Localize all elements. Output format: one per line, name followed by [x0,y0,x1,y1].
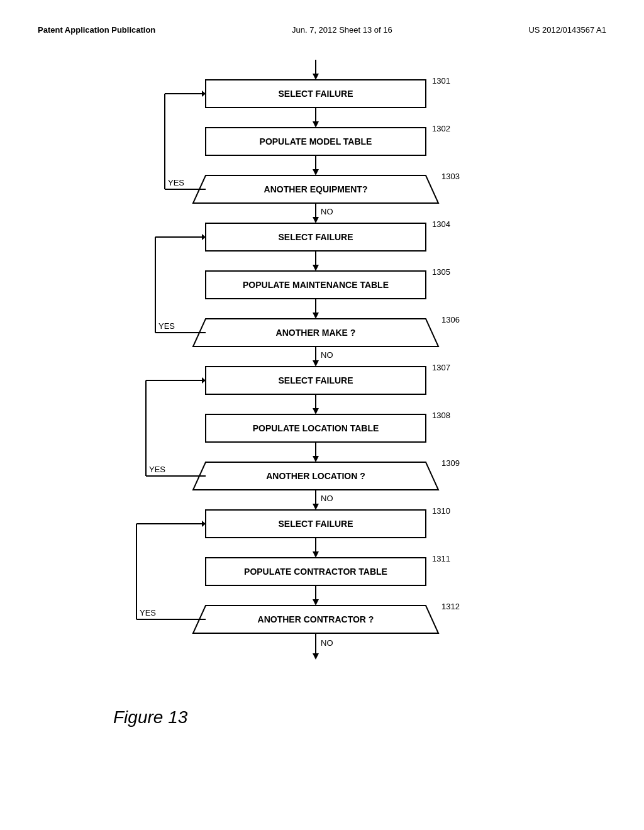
step-1305-num: 1305 [432,267,450,277]
step-1312-num: 1312 [441,602,460,611]
svg-marker-10 [313,217,319,223]
step-1303-num: 1303 [441,172,460,181]
flowchart-container: SELECT FAILURE 1301 POPULATE MODEL TABLE… [38,60,606,789]
svg-marker-7 [313,169,319,175]
box-1304-text: SELECT FAILURE [278,232,353,242]
no-label-1312: NO [321,638,333,648]
svg-marker-1 [313,74,319,80]
flowchart-svg: SELECT FAILURE 1301 POPULATE MODEL TABLE… [108,60,536,789]
page-header: Patent Application Publication Jun. 7, 2… [38,25,606,35]
svg-marker-23 [313,360,319,367]
no-label-1303: NO [321,207,333,216]
svg-marker-17 [313,265,319,271]
step-1302-num: 1302 [432,124,450,133]
svg-marker-46 [313,599,319,606]
patent-number-label: US 2012/0143567 A1 [528,25,606,35]
step-1311-num: 1311 [432,554,450,563]
date-sheet-label: Jun. 7, 2012 Sheet 13 of 16 [292,25,392,35]
step-1309-num: 1309 [441,458,460,468]
box-1311-text: POPULATE CONTRACTOR TABLE [244,567,387,577]
step-1304-num: 1304 [432,219,450,229]
diamond-1306-text: ANOTHER MAKE ? [276,328,356,338]
svg-marker-36 [313,504,319,510]
box-1310-text: SELECT FAILURE [278,519,353,529]
diamond-1312-text: ANOTHER CONTRACTOR ? [258,614,374,624]
step-1308-num: 1308 [432,411,450,420]
yes-label-1303: YES [168,178,184,187]
box-1307-text: SELECT FAILURE [278,375,353,385]
step-1306-num: 1306 [441,315,460,324]
step-1310-num: 1310 [432,506,450,516]
publication-label: Patent Application Publication [38,25,155,35]
yes-label-1312: YES [140,608,156,617]
svg-marker-43 [313,551,319,558]
svg-marker-20 [313,313,319,319]
box-1308-text: POPULATE LOCATION TABLE [253,423,379,433]
svg-marker-30 [313,408,319,414]
step-1307-num: 1307 [432,363,450,372]
yes-label-1306: YES [158,321,175,331]
no-label-1306: NO [321,350,333,360]
box-1302-text: POPULATE MODEL TABLE [260,136,372,147]
yes-label-1309: YES [149,465,165,474]
diamond-1309-text: ANOTHER LOCATION ? [266,471,365,481]
box-1305-text: POPULATE MAINTENANCE TABLE [243,280,389,290]
box-1301-text: SELECT FAILURE [278,89,353,99]
diamond-1303-text: ANOTHER EQUIPMENT? [264,184,368,194]
svg-marker-49 [313,653,319,660]
svg-marker-4 [313,121,319,128]
svg-marker-33 [313,456,319,462]
step-1301-num: 1301 [432,76,450,86]
figure-label: Figure 13 [113,707,187,728]
no-label-1309: NO [321,494,333,503]
